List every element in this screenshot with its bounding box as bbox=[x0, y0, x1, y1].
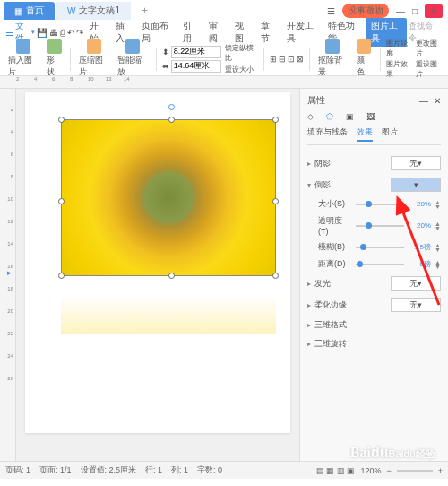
menu-view[interactable]: 视图 bbox=[230, 20, 254, 45]
app-menu-icon[interactable]: ☰ bbox=[5, 28, 13, 38]
close-button[interactable]: ✕ bbox=[425, 4, 443, 18]
panel-tab-fill-icon[interactable]: ◇ bbox=[307, 112, 314, 121]
glow-select[interactable]: 无 ▾ bbox=[391, 276, 441, 291]
tab-home[interactable]: ▦首页 bbox=[4, 2, 55, 20]
subtab-effect[interactable]: 效果 bbox=[357, 126, 373, 142]
status-col[interactable]: 列: 1 bbox=[171, 464, 188, 476]
width-icon: ⬌ bbox=[162, 62, 169, 71]
ruler-vertical: 2468101214161820222426 ▸ bbox=[0, 89, 16, 461]
reset-size[interactable]: 重设大小 bbox=[225, 65, 258, 74]
feedback-badge[interactable]: 没事邀吻 bbox=[342, 4, 389, 18]
subtab-pic[interactable]: 图片 bbox=[382, 126, 398, 142]
minimize-button[interactable]: — bbox=[396, 6, 405, 16]
watermark: BaiduBaidu经验 bbox=[350, 445, 435, 461]
size-slider[interactable] bbox=[356, 204, 404, 205]
pic-effect[interactable]: 图片效果 bbox=[386, 59, 413, 79]
height-icon: ⬍ bbox=[162, 48, 169, 56]
shape-button[interactable]: 形状 bbox=[44, 39, 65, 78]
smart-zoom-button[interactable]: 智能缩放 bbox=[115, 39, 150, 78]
prop-shadow[interactable]: ▸阴影无 ▾ bbox=[307, 152, 441, 174]
doc-icon: W bbox=[67, 6, 75, 16]
width-input[interactable] bbox=[171, 46, 221, 58]
maximize-button[interactable]: □ bbox=[412, 6, 418, 16]
save-icon[interactable]: 💾 bbox=[37, 28, 47, 38]
color-button[interactable]: 颜色 bbox=[354, 39, 375, 78]
prop-soft-edge[interactable]: ▸柔化边缘无 ▾ bbox=[307, 294, 441, 316]
menu-ref[interactable]: 引用 bbox=[178, 20, 202, 45]
preview-icon[interactable]: ⎙ bbox=[60, 28, 65, 38]
panel-title: 属性 bbox=[307, 94, 325, 107]
status-section[interactable]: 设置值: 2.5厘米 bbox=[81, 464, 137, 476]
redo-icon[interactable]: ↷ bbox=[76, 28, 83, 38]
status-pages[interactable]: 页面: 1/1 bbox=[39, 464, 72, 476]
ribbon-toolbar: 插入图片 形状 压缩图片 智能缩放 ⬍ ⬌ 锁定纵横比 重设大小 ⊞⊟⊡⊠ 抠除… bbox=[0, 42, 448, 76]
blur-slider[interactable] bbox=[356, 247, 404, 248]
rotate-handle[interactable] bbox=[168, 104, 175, 110]
zoom-slider[interactable] bbox=[397, 470, 433, 472]
panel-tab-effect-icon[interactable]: ⬠ bbox=[326, 112, 333, 121]
zoom-level[interactable]: 120% bbox=[360, 466, 381, 475]
status-words[interactable]: 字数: 0 bbox=[197, 464, 222, 476]
insert-pic-button[interactable]: 插入图片 bbox=[5, 39, 40, 78]
transparency-slider[interactable] bbox=[356, 225, 404, 227]
user-icon[interactable]: ☰ bbox=[327, 6, 335, 16]
status-bar: 页码: 1 页面: 1/1 设置值: 2.5厘米 行: 1 列: 1 字数: 0… bbox=[0, 461, 448, 479]
reflection-select[interactable]: ▾ bbox=[391, 178, 441, 192]
print-icon[interactable]: 🖶 bbox=[49, 28, 58, 38]
view-mode-icons[interactable]: ▤ ▦ ▥ ▣ bbox=[316, 466, 356, 475]
zoom-out-button[interactable]: − bbox=[386, 466, 391, 475]
compress-button[interactable]: 压缩图片 bbox=[76, 39, 111, 78]
panel-min-icon[interactable]: — bbox=[419, 96, 428, 106]
height-input[interactable] bbox=[171, 60, 221, 73]
change-pic[interactable]: 更改图片 bbox=[416, 39, 443, 58]
undo-icon[interactable]: ↶ bbox=[67, 28, 74, 38]
home-icon: ▦ bbox=[14, 6, 22, 16]
remove-bg-button[interactable]: 抠除背景 bbox=[315, 39, 350, 78]
ruler-horizontal: 2468101214 bbox=[0, 76, 448, 89]
shadow-select[interactable]: 无 ▾ bbox=[391, 156, 441, 170]
menu-section[interactable]: 章节 bbox=[256, 20, 280, 45]
lock-ratio[interactable]: 锁定纵横比 bbox=[225, 43, 258, 63]
sidebar-expand-icon[interactable]: ▸ bbox=[7, 268, 12, 277]
new-tab-button[interactable]: + bbox=[142, 4, 148, 17]
status-row[interactable]: 行: 1 bbox=[145, 464, 162, 476]
softedge-select[interactable]: 无 ▾ bbox=[391, 298, 441, 312]
panel-tab-pic-icon[interactable]: 🖼 bbox=[366, 112, 375, 121]
panel-close-icon[interactable]: ✕ bbox=[434, 96, 441, 106]
subtab-fill[interactable]: 填充与线条 bbox=[307, 126, 348, 142]
status-page[interactable]: 页码: 1 bbox=[5, 464, 30, 476]
menu-bar: ☰ 文件▾ 💾 🖶 ⎙ ↶ ↷ 开始 插入 页面布局 引用 审阅 视图 章节 开… bbox=[0, 22, 448, 42]
selected-image[interactable] bbox=[61, 119, 276, 276]
document-area[interactable] bbox=[16, 89, 299, 461]
zoom-in-button[interactable]: + bbox=[438, 466, 443, 475]
reset-pic[interactable]: 重设图片 bbox=[416, 59, 443, 79]
distance-slider[interactable] bbox=[356, 264, 404, 265]
page bbox=[25, 92, 290, 433]
image-reflection bbox=[61, 291, 276, 334]
panel-tab-size-icon[interactable]: ▣ bbox=[346, 112, 354, 121]
prop-3d-format[interactable]: ▸三维格式 bbox=[307, 316, 441, 334]
pic-outline[interactable]: 图片轮廓 bbox=[386, 39, 413, 58]
prop-reflection[interactable]: ▾倒影▾ bbox=[307, 174, 441, 195]
tab-document[interactable]: W文字文稿1 bbox=[56, 2, 131, 20]
prop-3d-rotate[interactable]: ▸三维旋转 bbox=[307, 334, 441, 353]
menu-review[interactable]: 审阅 bbox=[204, 20, 228, 45]
properties-panel: 属性—✕ ◇ ⬠ ▣ 🖼 填充与线条 效果 图片 ▸阴影无 ▾ ▾倒影▾ 大小(… bbox=[299, 89, 448, 461]
prop-glow[interactable]: ▸发光无 ▾ bbox=[307, 273, 441, 294]
